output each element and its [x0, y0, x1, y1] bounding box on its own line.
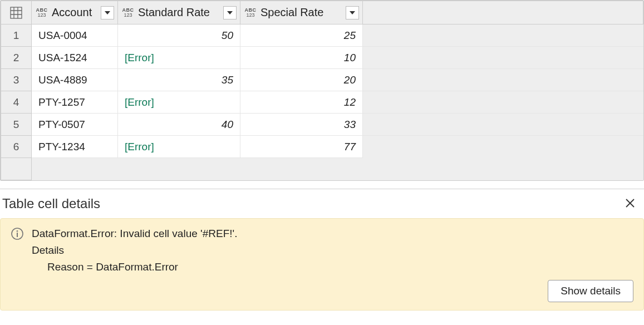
cell-empty: [363, 69, 643, 91]
cell-special-rate[interactable]: 20: [240, 69, 363, 91]
cell-empty: [363, 91, 643, 114]
type-badge-icon: ABC 123: [35, 8, 48, 18]
column-header-account[interactable]: ABC 123 Account: [32, 1, 118, 24]
column-filter-button[interactable]: [346, 6, 359, 19]
cell-error[interactable]: [Error]: [118, 136, 240, 158]
row-number[interactable]: 3: [1, 69, 32, 91]
row-number[interactable]: 2: [1, 47, 32, 69]
column-filter-button[interactable]: [223, 6, 237, 19]
column-header-empty: [363, 1, 643, 24]
row-number[interactable]: 6: [1, 136, 32, 158]
cell-account[interactable]: USA-1524: [32, 47, 118, 69]
row-number[interactable]: 4: [1, 91, 32, 114]
table-corner[interactable]: [1, 1, 32, 24]
data-table: ABC 123 Account ABC 123 Standard Rate: [1, 1, 643, 180]
column-name: Standard Rate: [138, 6, 223, 19]
cell-error[interactable]: [Error]: [118, 47, 240, 69]
cell-account[interactable]: PTY-1257: [32, 91, 118, 114]
column-header-special-rate[interactable]: ABC 123 Special Rate: [240, 1, 363, 24]
info-icon: [11, 227, 24, 240]
cell-empty: [363, 24, 643, 47]
chevron-down-icon: [227, 9, 233, 16]
table-row[interactable]: 2USA-1524[Error]10: [1, 47, 643, 69]
row-number[interactable]: 5: [1, 114, 32, 136]
details-title: Table cell details: [2, 196, 100, 211]
svg-rect-12: [17, 233, 18, 237]
details-label: Details: [32, 244, 633, 257]
cell-account[interactable]: USA-4889: [32, 69, 118, 91]
svg-point-11: [17, 230, 18, 232]
type-badge-icon: ABC 123: [244, 8, 257, 18]
details-panel: DataFormat.Error: Invalid cell value '#R…: [0, 218, 644, 311]
svg-marker-6: [227, 11, 233, 14]
error-message: DataFormat.Error: Invalid cell value '#R…: [32, 228, 633, 240]
cell-account[interactable]: PTY-1234: [32, 136, 118, 158]
close-icon: [625, 198, 635, 208]
data-grid: ABC 123 Account ABC 123 Standard Rate: [0, 0, 644, 181]
show-details-button[interactable]: Show details: [548, 280, 633, 302]
svg-marker-7: [350, 11, 355, 14]
column-header-standard-rate[interactable]: ABC 123 Standard Rate: [118, 1, 240, 24]
cell-special-rate[interactable]: 33: [240, 114, 363, 136]
cell-special-rate[interactable]: 25: [240, 24, 363, 47]
cell-error[interactable]: [Error]: [118, 91, 240, 114]
cell-empty: [363, 114, 643, 136]
svg-marker-5: [105, 11, 110, 14]
table-row[interactable]: 3USA-48893520: [1, 69, 643, 91]
svg-rect-0: [11, 7, 22, 18]
type-badge-icon: ABC 123: [121, 8, 135, 18]
details-header: Table cell details: [0, 191, 644, 218]
chevron-down-icon: [349, 9, 356, 16]
column-name: Account: [52, 6, 101, 19]
cell-special-rate[interactable]: 77: [240, 136, 363, 158]
divider: [0, 189, 644, 189]
cell-empty: [363, 136, 643, 158]
chevron-down-icon: [104, 9, 111, 16]
column-name: Special Rate: [260, 6, 346, 19]
spacer-row: [1, 158, 643, 180]
close-button[interactable]: [621, 195, 640, 213]
cell-standard-rate[interactable]: 40: [118, 114, 240, 136]
cell-account[interactable]: PTY-0507: [32, 114, 118, 136]
table-icon: [10, 7, 22, 19]
table-row[interactable]: 4PTY-1257[Error]12: [1, 91, 643, 114]
column-filter-button[interactable]: [101, 6, 114, 19]
table-row[interactable]: 6PTY-1234[Error]77: [1, 136, 643, 158]
cell-account[interactable]: USA-0004: [32, 24, 118, 47]
cell-special-rate[interactable]: 12: [240, 91, 363, 114]
table-row[interactable]: 1USA-00045025: [1, 24, 643, 47]
cell-standard-rate[interactable]: 35: [118, 69, 240, 91]
row-number[interactable]: 1: [1, 24, 32, 47]
cell-special-rate[interactable]: 10: [240, 47, 363, 69]
cell-empty: [363, 47, 643, 69]
table-row[interactable]: 5PTY-05074033: [1, 114, 643, 136]
cell-standard-rate[interactable]: 50: [118, 24, 240, 47]
error-reason: Reason = DataFormat.Error: [47, 261, 633, 273]
